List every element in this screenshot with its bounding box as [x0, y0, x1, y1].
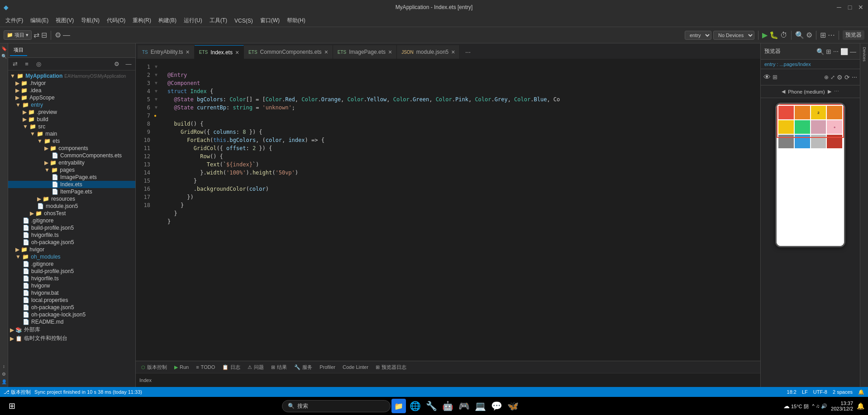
tree-item-build-profile[interactable]: 📄 build-profile.json5 — [8, 224, 135, 231]
split-icon[interactable]: ⊞ — [820, 31, 826, 39]
tab-close-btn2[interactable]: × — [324, 49, 328, 55]
tab-imagepage[interactable]: ETS ImagePage.ets × — [333, 45, 397, 59]
vcs-status[interactable]: ⎇ 版本控制 — [4, 389, 31, 396]
taskbar-app-edge[interactable]: 🌐 — [408, 399, 422, 413]
menu-view[interactable]: 视图(V) — [52, 16, 77, 25]
tree-item-oh-package[interactable]: 📄 oh-package.json5 — [8, 239, 135, 246]
tree-item-components[interactable]: ▶ 📁 components — [8, 145, 135, 152]
debug-icon[interactable]: 🐛 — [769, 31, 778, 39]
bottom-tab-preview-log[interactable]: ⊞ 预览器日志 — [372, 363, 410, 372]
collapse-all-icon[interactable]: ⊟ — [41, 31, 47, 39]
bottom-tab-todo[interactable]: ≡ TODO — [192, 363, 219, 371]
run-icon[interactable]: ▶ — [762, 31, 768, 39]
tree-item-build[interactable]: ▶ 📁 build — [8, 116, 135, 123]
expand-tree-icon[interactable]: ⇄ — [33, 31, 39, 39]
settings2-icon[interactable]: ⚙ — [806, 31, 812, 39]
tree-item-hvigor2[interactable]: ▶ 📁 hvigor — [8, 246, 135, 253]
tree-item-hvigor[interactable]: ▶ 📁 .hvigor — [8, 80, 135, 87]
preview-fit-icon[interactable]: ⤢ — [830, 74, 835, 80]
tab-entryability[interactable]: TS EntryAbility.ts × — [138, 45, 195, 59]
tab-common-components[interactable]: ETS CommonComponents.ets × — [244, 45, 333, 59]
notifications-icon[interactable]: 🔔 — [858, 389, 864, 395]
preview-settings-icon[interactable]: ⚙ — [837, 74, 843, 81]
menu-window[interactable]: 窗口(W) — [257, 16, 283, 25]
prev-device-btn[interactable]: ◀ — [782, 89, 785, 94]
taskbar-app-explorer[interactable]: 📁 — [391, 399, 406, 413]
tree-item-hvigorfile-ts[interactable]: 📄 hvigorfile.ts — [8, 231, 135, 239]
taskbar-app-game[interactable]: 🎮 — [457, 399, 471, 413]
preview-inspect-icon[interactable]: 🔍 — [816, 48, 824, 55]
tree-item-preview[interactable]: ▶ 📁 .preview — [8, 108, 135, 116]
bottom-tab-profiler[interactable]: Profiler — [316, 363, 339, 371]
activity-bookmark[interactable]: 🔖 — [0, 45, 8, 52]
bottom-tab-services[interactable]: 🔧 服务 — [291, 363, 316, 372]
tree-item-hvigorfile2[interactable]: 📄 hvigorfile.ts — [8, 275, 135, 282]
preview-more2-icon[interactable]: ⋯ — [852, 74, 857, 80]
minimize-button[interactable]: ─ — [835, 4, 843, 11]
menu-build[interactable]: 构建(B) — [155, 16, 180, 25]
tree-item-imagepage[interactable]: 📄 ImagePage.ets — [8, 174, 135, 181]
tree-root[interactable]: ▼ 📁 MyApplication EA\HarmonyOS\MyApplica… — [8, 72, 135, 80]
tree-item-gitignore2[interactable]: 📄 .gitignore — [8, 260, 135, 268]
menu-code[interactable]: 代码(O) — [103, 16, 129, 25]
menu-file[interactable]: 文件(F) — [2, 16, 27, 25]
tree-item-ets[interactable]: ▼ 📁 ets — [8, 137, 135, 145]
tree-item-index-ets[interactable]: 📄 Index.ets — [8, 181, 135, 188]
preview-btn[interactable]: 预览器 — [843, 30, 864, 40]
activity-bottom-3[interactable]: 👤 — [0, 378, 8, 385]
menu-tools[interactable]: 工具(T) — [206, 16, 231, 25]
menu-refactor[interactable]: 重构(R) — [129, 16, 155, 25]
tree-item-build-profile2[interactable]: 📄 build-profile.json5 — [8, 268, 135, 275]
tab-close-btn3[interactable]: × — [388, 49, 392, 55]
tab-close-btn4[interactable]: × — [451, 49, 455, 55]
menu-navigate[interactable]: 导航(N) — [77, 16, 103, 25]
tree-item-entry[interactable]: ▼ 📁 entry — [8, 101, 135, 108]
tree-item-hvigorw[interactable]: 📄 hvigorw — [8, 282, 135, 289]
preview-grid-icon[interactable]: ⊞ — [773, 74, 777, 80]
preview-layout-icon[interactable]: ⊞ — [826, 48, 831, 55]
bottom-tab-linter[interactable]: Code Linter — [339, 363, 372, 371]
tree-item-resources[interactable]: ▶ 📁 resources — [8, 195, 135, 203]
tree-item-main[interactable]: ▼ 📁 main — [8, 130, 135, 137]
tree-item-src[interactable]: ▼ 📁 src — [8, 123, 135, 130]
close-button[interactable]: ✕ — [857, 4, 864, 11]
fold-marker-7[interactable]: ▼ — [154, 71, 160, 79]
bottom-tab-run[interactable]: ▶ Run — [171, 363, 192, 371]
tree-item-idea[interactable]: ▶ 📁 .idea — [8, 87, 135, 94]
fold-marker-10[interactable]: ▼ — [154, 95, 160, 104]
windows-start-btn[interactable]: ⊞ — [4, 398, 20, 414]
preview-zoom-icon[interactable]: ⊕ — [824, 74, 829, 80]
tree-item-pages[interactable]: ▼ 📁 pages — [8, 166, 135, 174]
profile-icon[interactable]: ⏱ — [780, 31, 787, 39]
settings-icon[interactable]: ⚙ — [55, 31, 61, 39]
panel-locate-btn[interactable]: ◎ — [33, 59, 43, 69]
preview-sync-icon[interactable]: ⟳ — [844, 74, 850, 81]
fold-marker-11[interactable]: ▼ — [154, 104, 160, 112]
fold-marker-9[interactable]: ▼ — [154, 87, 160, 95]
preview-close-icon[interactable]: — — [850, 48, 856, 55]
tree-item-local-properties[interactable]: 📄 local.properties — [8, 297, 135, 304]
side-icon-1[interactable]: Devices — [861, 45, 868, 63]
tree-item-oh-modules[interactable]: ▼ 📁 oh_modules — [8, 253, 135, 260]
next-device-btn[interactable]: ▶ — [828, 89, 831, 94]
device-more-btn[interactable]: ⋯ — [834, 89, 839, 94]
tree-item-hvigorw-bat[interactable]: 📄 hvigorw.bat — [8, 289, 135, 297]
tree-item-module-json[interactable]: 📄 module.json5 — [8, 203, 135, 210]
search-icon[interactable]: 🔍 — [795, 31, 804, 39]
code-content[interactable]: @Entry @Component struct Index { @State … — [160, 59, 760, 361]
tab-more-btn[interactable]: ⋯ — [462, 46, 474, 59]
bottom-tab-issues[interactable]: ⚠ 问题 — [244, 363, 267, 372]
restore-button[interactable]: □ — [846, 4, 854, 11]
fold-marker-8[interactable]: ▼ — [154, 79, 160, 87]
tree-item-common-components[interactable]: 📄 CommonComponents.ets — [8, 152, 135, 159]
tree-item-gitignore[interactable]: 📄 .gitignore — [8, 217, 135, 224]
tab-index-ets[interactable]: ETS Index.ets × — [195, 45, 244, 59]
code-editor[interactable]: 1 2 3 4 5 6 7 8 9 10 11 12 13 14 15 16 1… — [136, 59, 760, 361]
taskbar-app-harmony[interactable]: 🦋 — [506, 399, 520, 413]
panel-tab-project[interactable]: 项目 — [10, 45, 27, 56]
tree-item-itempage[interactable]: 📄 ItemPage.ets — [8, 188, 135, 195]
menu-run[interactable]: 运行(U) — [180, 16, 206, 25]
tab-module-json[interactable]: JSON module.json5 × — [397, 45, 460, 59]
taskbar-search[interactable]: 🔍 搜索 — [282, 400, 391, 412]
taskbar-app-devtools[interactable]: 🔧 — [424, 399, 439, 413]
